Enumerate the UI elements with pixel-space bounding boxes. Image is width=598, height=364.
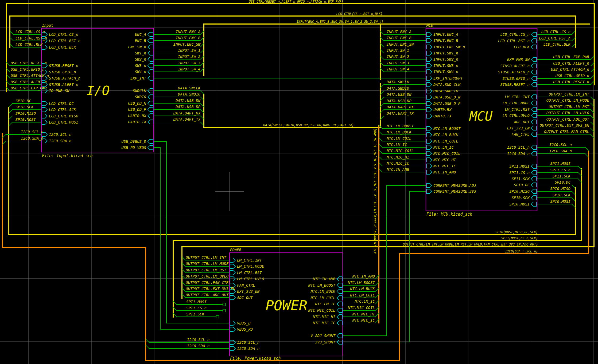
net-label[interactable]: NTC.MIC_IC: [352, 318, 375, 323]
sheet-pin[interactable]: [426, 164, 432, 168]
net-label[interactable]: LCD_CTRL.CS_n: [541, 30, 570, 34]
sheet-pin[interactable]: [426, 70, 432, 74]
net-label[interactable]: INPUT.ENC_A: [387, 30, 411, 34]
sheet-pin[interactable]: [531, 76, 537, 81]
net-label[interactable]: OUTPUT_CTRL.LM_UVLO: [186, 274, 228, 279]
sheet-pin[interactable]: [426, 151, 432, 156]
net-label[interactable]: OUTPUT_CTRL.FAN_CTRL: [186, 280, 231, 285]
sheet-pin[interactable]: [426, 126, 432, 131]
sheet-pin[interactable]: [426, 38, 432, 43]
sheet-pin[interactable]: [148, 45, 153, 49]
net-label[interactable]: OUTPUT_CTRL.ADC_OUT: [546, 117, 590, 122]
net-label[interactable]: NTC.LM_BUCK: [350, 287, 375, 291]
sheet-pin[interactable]: [531, 64, 537, 68]
sheet-pin[interactable]: [531, 177, 537, 181]
net-label[interactable]: INPUT.SW_2: [387, 54, 409, 59]
net-label[interactable]: INPUT.SW_3: [178, 61, 200, 65]
sheet-pin[interactable]: [230, 340, 235, 345]
net-label[interactable]: SPI0.MISO: [15, 111, 36, 116]
sheet-pin[interactable]: [337, 321, 342, 325]
sheet-pin[interactable]: [426, 45, 432, 49]
bus-label[interactable]: OUTPUT_CTRL{LM_INT,LM_MODE,LM_RST,LM_UVL…: [403, 243, 538, 246]
net-label[interactable]: I2C0.SCL_n: [21, 130, 43, 134]
sheet-pin[interactable]: [337, 308, 342, 312]
net-label[interactable]: NTC.LM_BOOST: [386, 124, 414, 128]
sheet-pin[interactable]: [426, 139, 432, 143]
net-label[interactable]: INPUT.SW_1: [387, 48, 409, 53]
net-label[interactable]: I2C0.SDA_n: [187, 344, 209, 348]
sheet-pin[interactable]: [230, 277, 235, 281]
sheet-pin[interactable]: [337, 296, 342, 300]
net-label[interactable]: SPI1.MOSI: [186, 300, 207, 304]
sheet-pin[interactable]: [531, 164, 537, 168]
sheet-pin[interactable]: [42, 120, 47, 124]
net-label[interactable]: USB_CTRL.ATTACH_n: [11, 73, 49, 78]
sheet-pin[interactable]: [426, 114, 432, 118]
sheet-pin[interactable]: [426, 158, 432, 162]
sheet-pin[interactable]: [230, 295, 235, 300]
sheet-pin[interactable]: [337, 302, 342, 306]
net-label[interactable]: OUTPUT_CTRL.EXT_3V3_EN: [540, 123, 589, 128]
wire[interactable]: [537, 154, 589, 157]
sheet-pin[interactable]: [531, 189, 537, 193]
net-label[interactable]: DATA.UART_TX: [386, 111, 414, 116]
net-label[interactable]: LCD_CTRL.RST_n: [539, 36, 570, 41]
sheet-pin[interactable]: [426, 133, 432, 137]
net-label[interactable]: NTC.MIC_COIL: [386, 149, 414, 153]
sheet-pin[interactable]: [531, 183, 537, 187]
sheet-pin[interactable]: [337, 334, 342, 338]
net-label[interactable]: DATA.SWCLK: [178, 86, 201, 90]
wire[interactable]: [537, 134, 594, 138]
net-label[interactable]: INPUT.ENC_B: [387, 36, 411, 40]
bus-label[interactable]: SPI1{MOSI,CS_n,SCK}: [501, 236, 538, 240]
net-label[interactable]: NTC.LM_BUCK: [386, 130, 412, 134]
net-label[interactable]: USB_CTRL.ATTACH_n: [551, 67, 589, 72]
sheet-pin[interactable]: [42, 101, 47, 106]
net-label[interactable]: SPI1.CS_n: [186, 306, 207, 310]
sheet-pin[interactable]: [230, 327, 235, 331]
sheet-pin[interactable]: [531, 145, 537, 149]
sheet-pin[interactable]: [531, 113, 537, 118]
net-label[interactable]: SPI1.CS_n: [550, 168, 570, 172]
net-label[interactable]: USB_CTRL.ALERT_n: [553, 61, 589, 66]
net-label[interactable]: OUTPUT_CTRL.LM_INT: [186, 255, 227, 260]
bus-label[interactable]: DATA{SWCLK,SWDIO,USB_DP,USB_DN,UART_RX,U…: [263, 123, 354, 127]
sheet-pin[interactable]: [531, 120, 537, 124]
sheet-pin[interactable]: [531, 202, 537, 206]
net-label[interactable]: OUTPUT_CTRL.ADC_OUT: [186, 293, 229, 297]
bus-label[interactable]: I2C0{SDA_n,SCL_n}: [505, 250, 538, 253]
wire[interactable]: [537, 204, 575, 208]
sheet-pin[interactable]: [426, 57, 432, 61]
sheet-pin[interactable]: [148, 32, 153, 37]
sheet-pin[interactable]: [531, 70, 537, 74]
net-label[interactable]: USB_CTRL.GPIO_n: [11, 67, 44, 72]
sheet-pin[interactable]: [531, 95, 537, 99]
net-label[interactable]: SPI1.MOSI: [550, 161, 570, 166]
net-label[interactable]: NTC.MIC_HI: [386, 155, 409, 160]
net-label[interactable]: OUTPUT_CTRL.LM_UVLO: [546, 111, 589, 115]
wire[interactable]: [380, 116, 426, 120]
sheet-pin[interactable]: [148, 107, 153, 112]
net-label[interactable]: DATA.UART_TX: [173, 117, 201, 122]
sheet-pin[interactable]: [230, 271, 235, 275]
sheet-pin[interactable]: [230, 346, 235, 351]
net-label[interactable]: OUTPUT_CTRL.LM_INT: [549, 92, 589, 97]
sheet-pin[interactable]: [531, 126, 537, 130]
sheet-pin[interactable]: [148, 38, 153, 43]
net-label[interactable]: INPUT.SW_4: [178, 67, 200, 72]
net-label[interactable]: INPUT.ENC_SW: [387, 42, 414, 47]
net-label[interactable]: USB_CTRL.GPIO_n: [556, 74, 589, 78]
net-label[interactable]: NTC.LM_COIL: [350, 293, 375, 298]
sheet-pin[interactable]: [426, 101, 432, 106]
sheet-pin[interactable]: [531, 171, 537, 175]
sheet-pin[interactable]: [337, 340, 342, 344]
net-label[interactable]: OUTPUT_CTRL.LM_RST: [549, 105, 589, 109]
sheet-pin[interactable]: [426, 189, 432, 193]
net-label[interactable]: NTC.IN_AMB: [386, 167, 409, 172]
sheet-pin[interactable]: [148, 95, 153, 99]
sheet-pin[interactable]: [230, 258, 235, 262]
net-label[interactable]: INPUT.SW_2: [178, 54, 200, 59]
net-label[interactable]: NTC.LM_COIL: [386, 136, 411, 141]
net-label[interactable]: SPI0.DC: [555, 180, 571, 184]
net-label[interactable]: NTC.LM_BOOST: [348, 280, 375, 285]
